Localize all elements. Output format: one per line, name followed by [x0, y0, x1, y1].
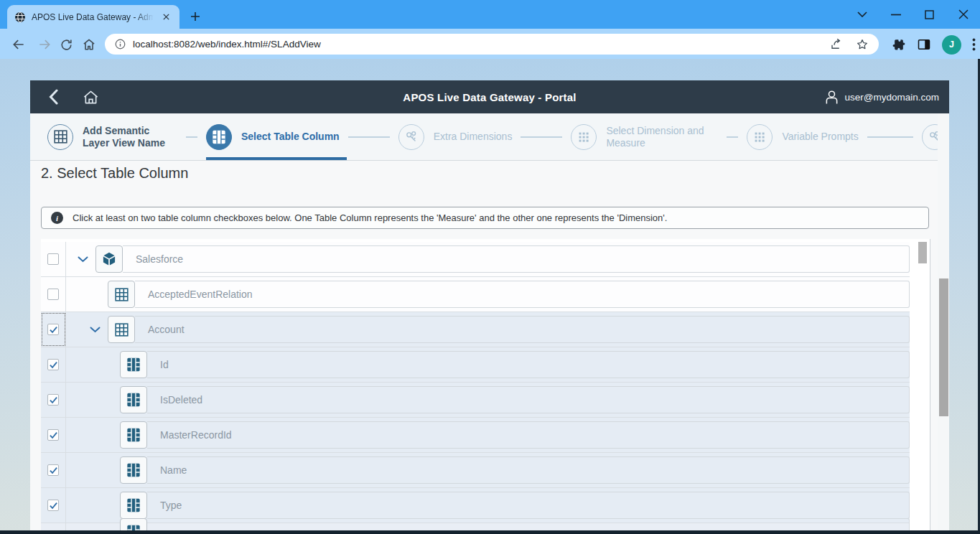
table-column-icon[interactable]	[120, 492, 147, 519]
row-checkbox[interactable]	[47, 464, 59, 476]
row-label[interactable]: MasterRecordId	[147, 421, 910, 449]
expand-chevron-down-icon[interactable]	[77, 253, 88, 265]
tree-row-name[interactable]: Name	[41, 453, 910, 488]
tab-title: APOS Live Data Gateway - Admin	[32, 12, 154, 22]
window-minimize-button[interactable]	[879, 0, 913, 29]
url-bar[interactable]: localhost:8082/web/index.html#/SLAddView	[105, 34, 879, 55]
row-label[interactable]: Id	[147, 351, 910, 378]
row-checkbox[interactable]	[47, 500, 59, 511]
window-close-button[interactable]	[946, 0, 980, 29]
tree-row-isdeleted[interactable]: IsDeleted	[41, 383, 910, 418]
row-label[interactable]: IsDeleted	[147, 386, 910, 413]
wizard-step-3[interactable]: Extra Dimensions	[398, 113, 513, 160]
bookmark-star-icon[interactable]	[856, 38, 869, 51]
table-column-tree: SalesforceAcceptedEventRelationAccountId…	[41, 239, 930, 534]
dimension-grid-icon	[571, 124, 597, 150]
row-label[interactable]: Salesforce	[123, 245, 910, 273]
row-label[interactable]: AcceptedEventRelation	[135, 281, 910, 308]
window-controls	[845, 0, 980, 29]
checkbox-cell[interactable]	[41, 488, 66, 523]
expand-chevron-down-icon[interactable]	[89, 324, 101, 335]
wizard-stepper: Add Semantic Layer View NameSelect Table…	[30, 113, 949, 161]
table-grid-icon[interactable]	[108, 281, 135, 308]
window-frame-bottom	[0, 530, 980, 534]
tree-row-acceptedeventrelation[interactable]: AcceptedEventRelation	[41, 277, 910, 312]
checkbox-cell[interactable]	[41, 347, 66, 382]
url-text[interactable]: localhost:8082/web/index.html#/SLAddView	[133, 39, 823, 50]
table-scrollbar-thumb[interactable]	[918, 242, 927, 263]
row-label[interactable]: Name	[147, 456, 910, 484]
table-grid-icon	[47, 124, 73, 150]
share-icon[interactable]	[830, 38, 843, 51]
info-message-text: Click at least on two table column check…	[73, 212, 667, 223]
user-account-area[interactable]: user@mydomain.com	[825, 90, 940, 105]
browser-tab-strip: APOS Live Data Gateway - Admin	[0, 0, 980, 29]
checkbox-cell[interactable]	[41, 453, 66, 487]
table-column-icon[interactable]	[120, 351, 147, 378]
row-content: Salesforce	[66, 242, 910, 276]
row-checkbox[interactable]	[47, 324, 59, 335]
checkbox-cell[interactable]	[41, 242, 66, 276]
info-icon: i	[51, 212, 63, 224]
checkbox-cell[interactable]	[41, 277, 66, 312]
keys-icon	[398, 124, 424, 150]
home-button[interactable]	[80, 35, 98, 54]
browser-tab[interactable]: APOS Live Data Gateway - Admin	[7, 5, 179, 29]
panel-scrollbar-thumb[interactable]	[939, 278, 948, 416]
tree-row-id[interactable]: Id	[41, 347, 910, 383]
wizard-step-1[interactable]: Add Semantic Layer View Name	[47, 113, 177, 160]
row-checkbox[interactable]	[47, 429, 59, 441]
tab-search-chevron-icon[interactable]	[845, 0, 879, 29]
extensions-puzzle-icon[interactable]	[892, 37, 906, 52]
row-content: IsDeleted	[66, 383, 910, 417]
wizard-step-2[interactable]: Select Table Column	[206, 113, 340, 160]
forward-button[interactable]	[35, 35, 54, 54]
side-panel-icon[interactable]	[917, 37, 931, 52]
app-home-button[interactable]	[78, 84, 103, 110]
checkbox-cell[interactable]	[41, 383, 66, 417]
wizard-step-label: Variable Prompts	[782, 131, 858, 143]
info-message-strip: i Click at least on two table column che…	[41, 207, 929, 229]
row-label[interactable]: Type	[147, 492, 910, 519]
tree-row-account[interactable]: Account	[41, 312, 910, 347]
new-tab-button[interactable]	[185, 6, 205, 27]
app-header: APOS Live Data Gateway - Portal user@myd…	[30, 80, 949, 113]
reload-button[interactable]	[57, 35, 75, 54]
row-content: Account	[66, 312, 910, 347]
table-column-icon	[206, 124, 232, 150]
back-button[interactable]	[9, 35, 28, 54]
row-content: AcceptedEventRelation	[66, 277, 910, 312]
table-column-icon[interactable]	[120, 456, 147, 484]
wizard-step-label: Extra Dimensions	[434, 131, 513, 143]
row-label[interactable]: Account	[135, 316, 910, 343]
browser-profile-avatar[interactable]: J	[942, 35, 961, 55]
checkbox-cell[interactable]	[41, 418, 66, 452]
site-info-icon[interactable]	[115, 39, 126, 50]
kebab-menu-icon[interactable]	[972, 38, 976, 51]
row-checkbox[interactable]	[47, 394, 59, 406]
table-grid-icon[interactable]	[108, 316, 135, 343]
tree-row-salesforce[interactable]: Salesforce	[41, 242, 910, 277]
wizard-step-label: Select Dimension and Measure	[606, 125, 718, 149]
checkbox-cell[interactable]	[41, 312, 66, 347]
wizard-step-label: Select Table Column	[241, 131, 340, 143]
cube-icon[interactable]	[95, 245, 123, 273]
table-column-icon[interactable]	[120, 386, 147, 413]
wizard-step-5[interactable]: Variable Prompts	[747, 113, 858, 160]
wizard-step-4[interactable]: Select Dimension and Measure	[571, 113, 718, 160]
row-content: Id	[66, 347, 910, 382]
app-back-button[interactable]	[40, 84, 66, 110]
tree-row-masterrecordid[interactable]: MasterRecordId	[41, 418, 910, 453]
wizard-step-label: Add Semantic Layer View Name	[83, 125, 177, 149]
tab-close-icon[interactable]	[159, 11, 172, 24]
row-checkbox[interactable]	[47, 359, 59, 370]
window-maximize-button[interactable]	[913, 0, 946, 29]
panel-scrollbar[interactable]	[938, 113, 949, 534]
row-checkbox[interactable]	[47, 253, 59, 265]
row-checkbox[interactable]	[47, 289, 59, 300]
toolbar-right-icons: J	[892, 33, 976, 56]
step-connector	[521, 136, 562, 138]
row-content: MasterRecordId	[66, 418, 910, 452]
table-column-icon[interactable]	[120, 421, 147, 449]
row-content: Name	[66, 453, 910, 487]
